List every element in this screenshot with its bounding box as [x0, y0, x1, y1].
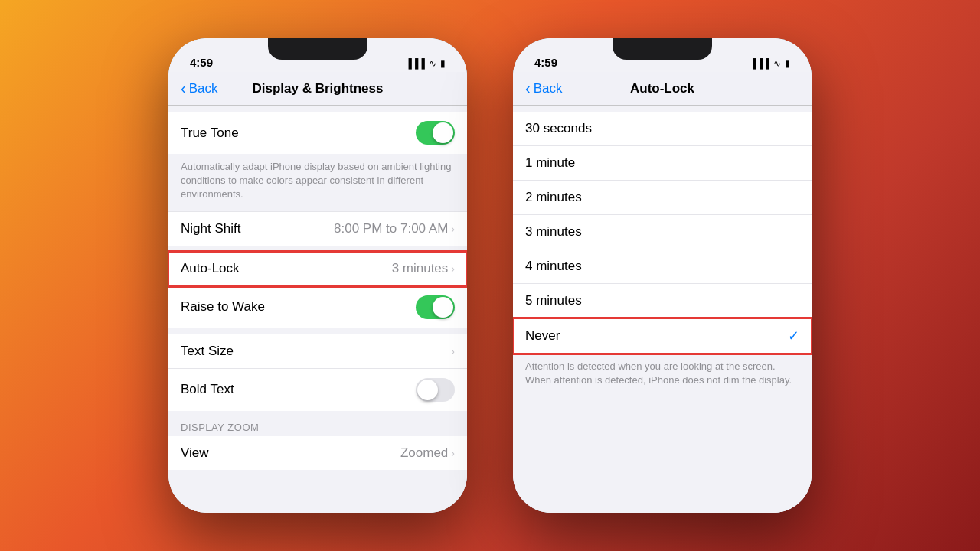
view-row[interactable]: View Zoomed ›	[168, 436, 467, 470]
option-3min[interactable]: 3 minutes	[513, 215, 812, 249]
view-label: View	[181, 445, 209, 461]
auto-lock-time: 3 minutes	[392, 261, 449, 276]
raise-to-wake-label: Raise to Wake	[181, 299, 265, 315]
true-tone-knob	[433, 122, 453, 143]
back-label-right: Back	[534, 81, 563, 96]
option-1min-label: 1 minute	[525, 155, 575, 171]
true-tone-description: Automatically adapt iPhone display based…	[168, 154, 467, 211]
option-5min-label: 5 minutes	[525, 293, 582, 308]
signal-icon-left: ▐▐▐	[405, 58, 425, 69]
night-shift-label: Night Shift	[181, 221, 240, 236]
nav-bar-right: ‹ Back Auto-Lock	[513, 72, 812, 106]
text-size-value: ›	[451, 345, 455, 357]
back-chevron-left: ‹	[181, 80, 186, 97]
auto-lock-chevron: ›	[451, 262, 455, 275]
battery-icon-right: ▮	[785, 58, 790, 69]
never-checkmark: ✓	[788, 328, 799, 344]
wifi-icon-left: ∿	[429, 58, 436, 69]
option-30s[interactable]: 30 seconds	[513, 112, 812, 146]
iphone-screen-right: 4:59 ▐▐▐ ∿ ▮ ‹ Back Auto-Lock	[513, 38, 812, 513]
true-tone-label: True Tone	[181, 126, 239, 141]
settings-content-left: True Tone Automatically adapt iPhone dis…	[168, 106, 467, 513]
phone-right: 4:59 ▐▐▐ ∿ ▮ ‹ Back Auto-Lock	[513, 38, 812, 513]
nav-bar-left: ‹ Back Display & Brightness	[168, 72, 467, 106]
back-label-left: Back	[189, 81, 218, 96]
text-size-label: Text Size	[181, 344, 234, 359]
true-tone-row[interactable]: True Tone	[168, 112, 467, 154]
auto-lock-row[interactable]: Auto-Lock 3 minutes ›	[168, 252, 467, 286]
autolock-options-section: 30 seconds 1 minute 2 minutes 3 minutes	[513, 112, 812, 354]
nav-title-left: Display & Brightness	[253, 81, 384, 96]
phone-left: 4:59 ▐▐▐ ∿ ▮ ‹ Back Display & Brightness	[168, 38, 467, 513]
section-night-shift: Night Shift 8:00 PM to 7:00 AM ›	[168, 212, 467, 246]
status-time-left: 4:59	[190, 56, 213, 69]
status-icons-left: ▐▐▐ ∿ ▮	[405, 58, 446, 69]
bold-text-row[interactable]: Bold Text	[168, 369, 467, 411]
phones-container: 4:59 ▐▐▐ ∿ ▮ ‹ Back Display & Brightness	[168, 38, 812, 513]
true-tone-toggle[interactable]	[416, 121, 455, 145]
option-never[interactable]: Never ✓	[513, 318, 812, 354]
option-4min[interactable]: 4 minutes	[513, 249, 812, 284]
auto-lock-value: 3 minutes ›	[392, 261, 455, 276]
display-zoom-header: DISPLAY ZOOM	[168, 417, 467, 436]
option-30s-label: 30 seconds	[525, 121, 592, 136]
autolock-content: 30 seconds 1 minute 2 minutes 3 minutes	[513, 106, 812, 513]
autolock-note: Attention is detected when you are looki…	[513, 354, 812, 396]
phone-right-screen: 4:59 ▐▐▐ ∿ ▮ ‹ Back Auto-Lock	[513, 38, 812, 513]
back-button-left[interactable]: ‹ Back	[181, 80, 217, 97]
night-shift-chevron: ›	[451, 223, 455, 235]
option-2min-label: 2 minutes	[525, 190, 582, 205]
bold-text-knob	[417, 380, 438, 400]
bold-text-toggle[interactable]	[416, 378, 455, 402]
night-shift-time: 8:00 PM to 7:00 AM	[334, 221, 448, 236]
signal-icon-right: ▐▐▐	[750, 58, 769, 69]
phone-left-screen: 4:59 ▐▐▐ ∿ ▮ ‹ Back Display & Brightness	[168, 38, 467, 513]
section-true-tone: True Tone	[168, 112, 467, 154]
text-size-chevron: ›	[451, 345, 455, 357]
raise-to-wake-row[interactable]: Raise to Wake	[168, 286, 467, 328]
back-chevron-right: ‹	[525, 80, 531, 97]
raise-to-wake-toggle[interactable]	[416, 295, 455, 319]
section-text: Text Size › Bold Text	[168, 334, 467, 411]
raise-to-wake-knob	[433, 297, 453, 318]
night-shift-value: 8:00 PM to 7:00 AM ›	[334, 221, 455, 236]
view-zoom: Zoomed	[400, 445, 448, 461]
nav-title-right: Auto-Lock	[630, 81, 694, 96]
section-display-zoom: View Zoomed ›	[168, 436, 467, 470]
notch	[268, 38, 368, 60]
option-3min-label: 3 minutes	[525, 224, 582, 240]
text-size-row[interactable]: Text Size ›	[168, 334, 467, 369]
status-icons-right: ▐▐▐ ∿ ▮	[750, 58, 790, 69]
bold-text-label: Bold Text	[181, 382, 234, 397]
option-5min[interactable]: 5 minutes	[513, 284, 812, 318]
view-value: Zoomed ›	[400, 445, 455, 461]
notch-right	[612, 38, 712, 60]
section-autolock: Auto-Lock 3 minutes › Raise to Wake	[168, 252, 467, 328]
status-time-right: 4:59	[534, 56, 557, 69]
option-never-label: Never	[525, 328, 560, 344]
view-chevron: ›	[451, 447, 455, 459]
iphone-screen-left: 4:59 ▐▐▐ ∿ ▮ ‹ Back Display & Brightness	[168, 38, 467, 513]
wifi-icon-right: ∿	[773, 58, 781, 69]
option-1min[interactable]: 1 minute	[513, 146, 812, 181]
option-4min-label: 4 minutes	[525, 259, 582, 274]
back-button-right[interactable]: ‹ Back	[525, 80, 562, 97]
battery-icon-left: ▮	[440, 58, 446, 69]
option-2min[interactable]: 2 minutes	[513, 181, 812, 215]
night-shift-row[interactable]: Night Shift 8:00 PM to 7:00 AM ›	[168, 212, 467, 246]
auto-lock-label: Auto-Lock	[181, 261, 240, 276]
